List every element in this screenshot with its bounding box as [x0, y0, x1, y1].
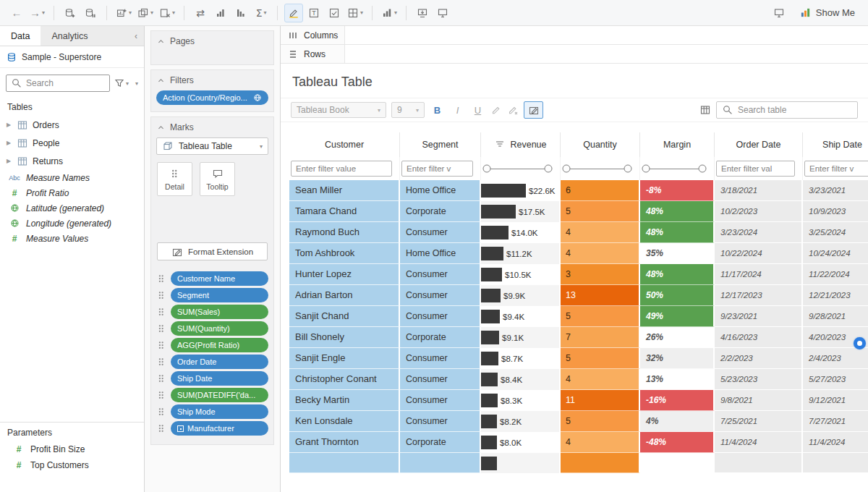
- table-row[interactable]: Hunter LopezConsumer$10.5K348%11/17/2024…: [289, 264, 868, 285]
- expand-caret-icon[interactable]: ▶: [5, 158, 12, 164]
- field-pill[interactable]: Segment: [171, 288, 268, 302]
- customer-cell[interactable]: Sean Miller: [289, 180, 400, 201]
- margin-cell[interactable]: 13%: [640, 369, 715, 390]
- columns-drop-area[interactable]: [344, 26, 868, 44]
- show-me-button[interactable]: Show Me: [800, 7, 855, 18]
- ship-date-filter-input[interactable]: [804, 161, 868, 177]
- segment-cell[interactable]: Consumer: [400, 348, 481, 369]
- pause-auto-updates-icon[interactable]: [81, 4, 100, 22]
- order-date-cell[interactable]: 10/2/2023: [715, 201, 803, 222]
- order-date-cell[interactable]: 11/17/2024: [715, 264, 803, 285]
- bold-button[interactable]: B: [430, 102, 445, 118]
- ship-date-cell[interactable]: 11/22/2024: [803, 264, 868, 285]
- segment-cell[interactable]: Consumer: [400, 306, 481, 327]
- segment-cell[interactable]: Consumer: [400, 285, 481, 306]
- undo-icon[interactable]: ←: [7, 4, 26, 22]
- revenue-cell[interactable]: $8.3K: [481, 390, 561, 411]
- customer-cell[interactable]: Christopher Conant: [289, 369, 400, 390]
- table-row[interactable]: Sanjit ChandConsumer$9.4K549%9/23/20219/…: [289, 306, 868, 327]
- quantity-cell[interactable]: 6: [561, 180, 640, 201]
- expand-caret-icon[interactable]: ▶: [5, 122, 12, 128]
- slider-knob-right[interactable]: [624, 165, 632, 173]
- underline-button[interactable]: U: [470, 102, 485, 118]
- ship-date-cell[interactable]: 5/27/2023: [803, 369, 868, 390]
- segment-cell[interactable]: Consumer: [400, 264, 481, 285]
- ship-date-cell[interactable]: [803, 453, 868, 473]
- collapse-pane-icon[interactable]: ‹: [128, 26, 144, 46]
- margin-cell[interactable]: 48%: [640, 264, 715, 285]
- revenue-cell[interactable]: $8.0K: [481, 432, 561, 453]
- sidebar-table-item[interactable]: ▶People: [0, 134, 144, 152]
- column-header[interactable]: Order Date: [715, 132, 803, 157]
- rows-drop-area[interactable]: [344, 45, 868, 63]
- clear-sheet-icon[interactable]: ▾: [157, 4, 177, 22]
- margin-cell[interactable]: -48%: [640, 432, 715, 453]
- chevron-up-icon[interactable]: [157, 77, 165, 85]
- customer-cell[interactable]: Bill Shonely: [289, 327, 400, 348]
- order-date-cell[interactable]: 12/17/2023: [715, 285, 803, 306]
- device-preview-icon[interactable]: [770, 4, 788, 22]
- segment-cell[interactable]: Corporate: [400, 201, 481, 222]
- field-pill[interactable]: Manufacturer: [171, 421, 268, 436]
- revenue-cell[interactable]: $17.5K: [481, 201, 561, 222]
- order-date-cell[interactable]: 11/4/2024: [715, 432, 803, 453]
- table-row[interactable]: Sean MillerHome Office$22.6K6-8%3/18/202…: [289, 180, 868, 201]
- datasource-row[interactable]: Sample - Superstore: [0, 46, 144, 68]
- segment-cell[interactable]: Corporate: [400, 327, 481, 348]
- ship-date-cell[interactable]: 3/23/2021: [803, 180, 868, 201]
- table-row[interactable]: Bill ShonelyCorporate$9.1K726%4/16/20234…: [289, 327, 868, 348]
- segment-cell[interactable]: Consumer: [400, 411, 481, 432]
- table-row[interactable]: Adrian BartonConsumer$9.9K1350%12/17/202…: [289, 285, 868, 306]
- table-row[interactable]: Raymond BuchConsumer$14.0K448%3/23/20243…: [289, 222, 868, 243]
- revenue-cell[interactable]: $9.4K: [481, 306, 561, 327]
- table-search-input[interactable]: [738, 105, 852, 115]
- table-row[interactable]: Tom AshbrookHome Office$11.2K435%10/22/2…: [289, 243, 868, 264]
- duplicate-sheet-icon[interactable]: ▾: [135, 4, 156, 22]
- table-row[interactable]: Tamara ChandCorporate$17.5K548%10/2/2023…: [289, 201, 868, 222]
- sort-descending-icon[interactable]: [231, 4, 250, 22]
- margin-cell[interactable]: 26%: [640, 327, 715, 348]
- margin-cell[interactable]: -8%: [640, 180, 715, 201]
- margin-cell[interactable]: 48%: [640, 201, 715, 222]
- order-date-cell[interactable]: 2/2/2023: [715, 348, 803, 369]
- revenue-range-slider[interactable]: [482, 161, 553, 177]
- sidebar-parameter-item[interactable]: #Top Customers: [0, 457, 144, 473]
- redo-icon[interactable]: →▾: [27, 4, 47, 22]
- new-data-source-icon[interactable]: [61, 4, 80, 22]
- filter-pill-action[interactable]: Action (Country/Regio...: [156, 90, 268, 105]
- ship-date-cell[interactable]: 9/12/2021: [803, 390, 868, 411]
- detail-button[interactable]: Detail: [157, 162, 192, 196]
- field-pill[interactable]: Ship Date: [171, 371, 268, 386]
- format-painter-icon[interactable]: [490, 104, 502, 116]
- customer-cell[interactable]: Ken Lonsdale: [289, 411, 400, 432]
- table-row[interactable]: Grant ThorntonCorporate$8.0K4-48%11/4/20…: [289, 432, 868, 453]
- order-date-cell[interactable]: 3/18/2021: [715, 180, 803, 201]
- tab-data[interactable]: Data: [0, 26, 41, 46]
- segment-cell[interactable]: Consumer: [400, 390, 481, 411]
- quantity-cell[interactable]: 5: [561, 306, 640, 327]
- customer-filter-input[interactable]: [291, 161, 392, 177]
- quantity-range-slider[interactable]: [562, 161, 632, 177]
- customer-cell[interactable]: Hunter Lopez: [289, 264, 400, 285]
- segment-filter-input[interactable]: [401, 161, 473, 177]
- quantity-cell[interactable]: 11: [561, 390, 640, 411]
- customer-cell[interactable]: Sanjit Chand: [289, 306, 400, 327]
- show-mark-labels-icon[interactable]: [325, 4, 344, 22]
- customer-cell[interactable]: [289, 453, 400, 473]
- margin-cell[interactable]: 32%: [640, 348, 715, 369]
- customer-cell[interactable]: Grant Thornton: [289, 432, 400, 453]
- table-row[interactable]: Becky MartinConsumer$8.3K11-16%9/8/20219…: [289, 390, 868, 411]
- margin-cell[interactable]: 4%: [640, 411, 715, 432]
- quantity-cell[interactable]: 4: [561, 369, 640, 390]
- field-pill[interactable]: SUM(Quantity): [171, 321, 268, 336]
- margin-cell[interactable]: -16%: [640, 390, 715, 411]
- clear-formatting-icon[interactable]: [507, 104, 519, 116]
- revenue-cell[interactable]: $8.4K: [481, 369, 561, 390]
- quantity-cell[interactable]: 5: [561, 348, 640, 369]
- search-input[interactable]: [26, 78, 105, 88]
- customer-cell[interactable]: Tamara Chand: [289, 201, 400, 222]
- ship-date-cell[interactable]: 9/28/2021: [803, 306, 868, 327]
- quantity-cell[interactable]: 5: [561, 201, 640, 222]
- edit-table-button[interactable]: [524, 101, 543, 119]
- presentation-mode-icon[interactable]: [433, 4, 452, 22]
